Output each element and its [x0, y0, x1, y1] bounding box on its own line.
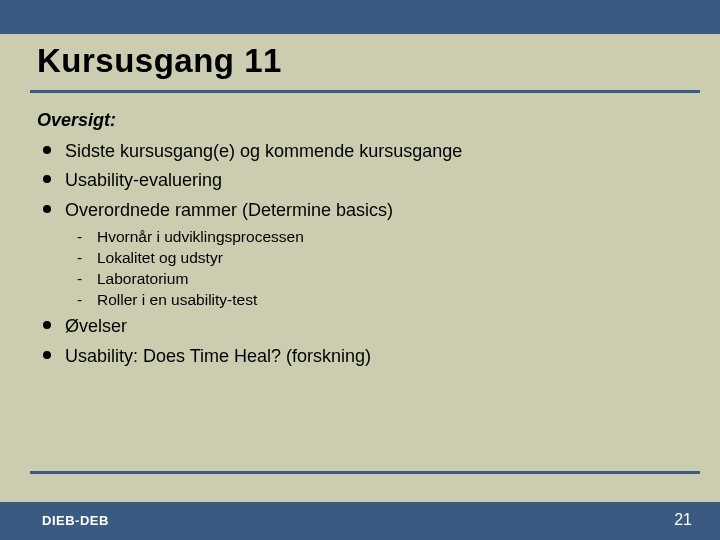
list-item-text: Øvelser [65, 316, 127, 336]
sub-list: - Hvornår i udviklingsprocessen - Lokali… [65, 227, 680, 311]
sub-list-item: - Laboratorium [77, 269, 680, 290]
dash-icon: - [77, 227, 82, 248]
list-item: Øvelser [37, 314, 680, 339]
list-item-text: Usability-evaluering [65, 170, 222, 190]
sub-list-item: - Lokalitet og udstyr [77, 248, 680, 269]
sub-list-item-text: Roller i en usability-test [97, 291, 257, 308]
content-area: Oversigt: Sidste kursusgang(e) og kommen… [37, 108, 680, 373]
page-number: 21 [674, 511, 692, 529]
bullet-icon [43, 146, 51, 154]
bullet-list: Sidste kursusgang(e) og kommende kursusg… [37, 139, 680, 369]
title-underline [30, 90, 700, 93]
bullet-icon [43, 175, 51, 183]
list-item-text: Usability: Does Time Heal? (forskning) [65, 346, 371, 366]
top-band [0, 0, 720, 34]
sub-list-item: - Hvornår i udviklingsprocessen [77, 227, 680, 248]
list-item: Overordnede rammer (Determine basics) - … [37, 198, 680, 311]
page-title: Kursusgang 11 [37, 42, 282, 80]
dash-icon: - [77, 248, 82, 269]
list-item: Usability: Does Time Heal? (forskning) [37, 344, 680, 369]
sub-list-item-text: Lokalitet og udstyr [97, 249, 223, 266]
sub-list-item-text: Laboratorium [97, 270, 188, 287]
sub-list-item-text: Hvornår i udviklingsprocessen [97, 228, 304, 245]
overview-label: Oversigt: [37, 108, 680, 133]
list-item-text: Sidste kursusgang(e) og kommende kursusg… [65, 141, 462, 161]
list-item-text: Overordnede rammer (Determine basics) [65, 200, 393, 220]
footer-left: DIEB-DEB [42, 513, 109, 528]
slide: Kursusgang 11 Oversigt: Sidste kursusgan… [0, 0, 720, 540]
list-item: Usability-evaluering [37, 168, 680, 193]
sub-list-item: - Roller i en usability-test [77, 290, 680, 311]
bullet-icon [43, 351, 51, 359]
bottom-rule [30, 471, 700, 474]
bullet-icon [43, 321, 51, 329]
dash-icon: - [77, 269, 82, 290]
dash-icon: - [77, 290, 82, 311]
bullet-icon [43, 205, 51, 213]
list-item: Sidste kursusgang(e) og kommende kursusg… [37, 139, 680, 164]
